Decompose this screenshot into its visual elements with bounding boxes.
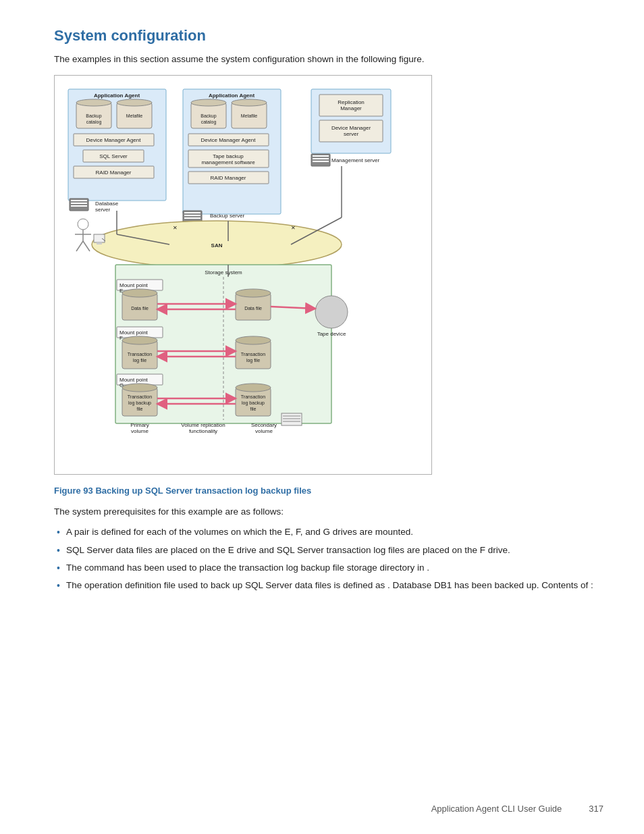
footer-text: Application Agent CLI User Guide (431, 804, 562, 814)
system-diagram: Application Agent Backup catalog Metafil… (54, 75, 432, 475)
svg-point-84 (236, 289, 271, 297)
svg-point-27 (191, 99, 226, 106)
svg-text:file: file (137, 407, 143, 411)
svg-rect-44 (184, 217, 200, 219)
svg-text:Mount point: Mount point (119, 282, 149, 288)
svg-text:log file: log file (246, 358, 260, 363)
figure-caption: Figure 93 Backing up SQL Server transact… (54, 486, 603, 496)
svg-text:SAN: SAN (211, 242, 223, 249)
svg-text:management software: management software (201, 159, 255, 165)
svg-point-6 (76, 99, 111, 106)
svg-text:Manager: Manager (340, 105, 362, 111)
svg-point-92 (122, 336, 157, 344)
svg-text:SQL Server: SQL Server (99, 153, 128, 159)
svg-rect-23 (71, 205, 87, 207)
svg-text:Transaction: Transaction (128, 352, 152, 357)
svg-text:server: server (344, 131, 359, 137)
svg-point-59 (78, 219, 88, 230)
svg-text:Data file: Data file (244, 306, 262, 311)
svg-text:log backup: log backup (128, 400, 151, 406)
svg-text:✕: ✕ (173, 225, 178, 231)
svg-text:Volume replication: Volume replication (181, 422, 225, 428)
svg-text:Data file: Data file (131, 306, 149, 311)
svg-text:Storage system: Storage system (205, 269, 242, 276)
svg-line-62 (76, 241, 83, 251)
svg-text:log file: log file (133, 358, 146, 363)
svg-text:Backup: Backup (200, 113, 216, 119)
svg-text:Mount point: Mount point (119, 330, 149, 336)
svg-text:Backup server: Backup server (210, 213, 244, 219)
svg-rect-42 (184, 212, 200, 213)
footer-page: 317 (589, 804, 603, 814)
intro-paragraph: The examples in this section assume the … (54, 54, 603, 64)
svg-text:server: server (95, 207, 111, 213)
svg-text:Database: Database (95, 201, 119, 207)
svg-rect-55 (313, 158, 329, 159)
svg-rect-65 (97, 242, 102, 244)
svg-text:Application Agent: Application Agent (94, 93, 140, 99)
svg-rect-122 (281, 413, 302, 425)
svg-text:catalog: catalog (201, 120, 217, 125)
svg-text:Device Manager: Device Manager (331, 125, 371, 131)
svg-point-10 (117, 99, 152, 106)
svg-rect-64 (94, 234, 105, 242)
svg-text:Tape backup: Tape backup (213, 153, 244, 159)
svg-text:Metafile: Metafile (126, 113, 143, 118)
svg-text:Metafile: Metafile (241, 113, 258, 118)
svg-text:RAID Manager: RAID Manager (211, 175, 246, 181)
svg-text:Application Agent: Application Agent (209, 93, 254, 99)
bullet-item-3: The command has been used to place the t… (54, 561, 603, 575)
svg-text:Tape device: Tape device (317, 331, 346, 337)
svg-text:Device Manager Agent: Device Manager Agent (86, 137, 142, 143)
svg-text:RAID Manager: RAID Manager (96, 170, 132, 176)
bullet-list: A pair is defined for each of the volume… (54, 525, 603, 592)
svg-point-105 (122, 384, 157, 392)
svg-rect-21 (71, 200, 87, 201)
svg-text:volume: volume (255, 428, 273, 434)
svg-text:functionality: functionality (189, 428, 217, 434)
svg-text:volume: volume (131, 428, 149, 434)
svg-point-96 (236, 336, 271, 344)
svg-text:Replication: Replication (338, 99, 365, 105)
svg-text:file: file (250, 407, 257, 411)
svg-rect-56 (313, 161, 329, 162)
bullet-item-2: SQL Server data files are placed on the … (54, 544, 603, 557)
bullet-item-1: A pair is defined for each of the volume… (54, 525, 603, 539)
svg-line-63 (83, 241, 90, 251)
svg-text:Mount point: Mount point (119, 377, 149, 383)
svg-text:Management server: Management server (331, 157, 379, 163)
svg-text:log backup: log backup (242, 400, 265, 406)
page-footer: Application Agent CLI User Guide 317 (431, 804, 603, 814)
svg-point-31 (232, 99, 267, 106)
svg-text:catalog: catalog (86, 120, 102, 125)
svg-rect-54 (313, 155, 329, 157)
svg-text:Transaction: Transaction (128, 394, 152, 399)
diagram-svg: Application Agent Backup catalog Metafil… (61, 82, 426, 467)
svg-rect-43 (184, 215, 200, 216)
svg-text:Backup: Backup (86, 113, 101, 119)
svg-text:Primary: Primary (130, 422, 149, 428)
svg-point-110 (236, 384, 271, 392)
prereqs-heading: The system prerequisites for this exampl… (54, 505, 603, 519)
bullet-item-4: The operation definition file used to ba… (54, 579, 603, 592)
svg-point-126 (315, 296, 348, 328)
svg-rect-22 (71, 203, 87, 204)
svg-text:Transaction: Transaction (241, 352, 265, 357)
svg-text:Secondary: Secondary (251, 422, 277, 428)
svg-text:✕: ✕ (291, 225, 296, 231)
svg-text:Device Manager Agent: Device Manager Agent (201, 137, 257, 143)
svg-point-81 (122, 289, 157, 297)
page-title: System configuration (54, 27, 603, 45)
svg-text:Transaction: Transaction (241, 394, 265, 399)
